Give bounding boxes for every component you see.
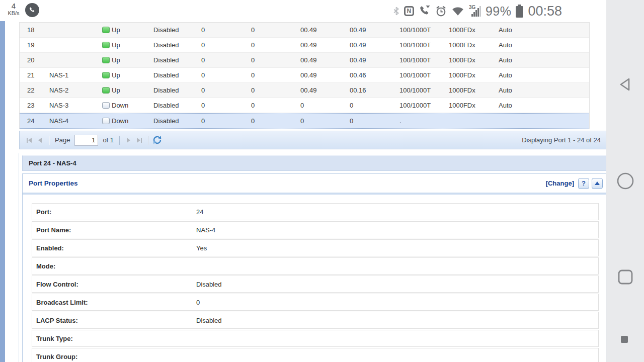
property-label: Trunk Type: [32, 335, 196, 342]
grid-cell: Disabled [149, 86, 198, 94]
property-row: Enabled:Yes [32, 239, 599, 256]
grid-cell: 22 [20, 86, 48, 94]
grid-row[interactable]: 23NAS-3DownDisabled0000100/1000T1000FDxA… [20, 98, 589, 113]
grid-cell: 0 [347, 117, 396, 125]
property-value: 0 [196, 299, 200, 306]
grid-row[interactable]: 21NAS-1UpDisabled0000.4900.46100/1000T10… [20, 68, 589, 83]
toolbar-separator [148, 136, 148, 145]
grid-row[interactable]: 22NAS-2UpDisabled0000.4900.16100/1000T10… [20, 83, 589, 98]
status-text: Down [112, 117, 128, 125]
property-row: Flow Control:Disabled [32, 276, 599, 293]
clock: 00:58 [528, 4, 562, 19]
property-row: Trunk Group: [32, 348, 599, 362]
grid-body: 18UpDisabled0000.4900.49100/1000T1000FDx… [19, 22, 590, 129]
grid-cell: Auto [496, 71, 589, 79]
grid-cell: 00.49 [297, 41, 347, 49]
home-button[interactable] [616, 172, 634, 190]
grid-cell: 19 [20, 41, 48, 49]
grid-cell: 0 [248, 117, 297, 125]
alarm-icon [435, 6, 447, 17]
page-left-strip [0, 21, 5, 362]
help-button[interactable]: ? [578, 178, 589, 189]
grid-cell: 23 [20, 102, 48, 109]
nav-hide-handle[interactable] [621, 336, 628, 343]
change-link[interactable]: [Change] [546, 179, 574, 187]
grid-row[interactable]: 19UpDisabled0000.4900.49100/1000T1000FDx… [20, 38, 589, 53]
wifi-icon [451, 6, 464, 17]
panel-outer-border [19, 153, 19, 362]
grid-cell: 0 [248, 26, 297, 34]
grid-cell: 18 [20, 26, 48, 34]
grid-cell: 1000FDx [446, 71, 496, 79]
status-icons-group: N 3G 99% 00:58 [393, 0, 562, 22]
property-row: Port Name:NAS-4 [32, 221, 599, 238]
ports-grid: 18UpDisabled0000.4900.49100/1000T1000FDx… [19, 22, 606, 149]
property-label: Port Name: [32, 226, 196, 234]
next-page-button[interactable] [123, 135, 134, 146]
property-value: Disabled [196, 281, 222, 288]
battery-icon [516, 6, 523, 18]
grid-row[interactable]: 20UpDisabled0000.4900.49100/1000T1000FDx… [20, 53, 589, 68]
grid-cell: 100/1000T [396, 71, 446, 79]
grid-cell: Disabled [149, 56, 198, 64]
bluetooth-icon [393, 7, 399, 16]
signal-icon: 3G [469, 4, 481, 18]
grid-cell: 1000FDx [446, 26, 496, 34]
property-row: Trunk Type: [32, 330, 599, 347]
grid-cell: Disabled [149, 26, 198, 34]
grid-cell: 100/1000T [396, 56, 446, 64]
prev-page-button[interactable] [35, 135, 46, 146]
grid-row[interactable]: 18UpDisabled0000.4900.49100/1000T1000FDx… [20, 23, 589, 38]
network-speed-unit: KB/s [5, 10, 22, 16]
grid-row[interactable]: 24NAS-4DownDisabled0000. [20, 113, 589, 129]
status-bar: 4 KB/s N 3G 99% [0, 0, 606, 22]
first-page-button[interactable] [24, 135, 35, 146]
grid-cell: NAS-4 [48, 117, 101, 125]
signal-bars [471, 6, 481, 17]
toolbar-separator [49, 136, 49, 145]
grid-cell: 0 [198, 117, 248, 125]
collapse-button[interactable] [592, 178, 603, 189]
grid-cell: 0 [198, 86, 248, 94]
grid-cell: 0 [248, 102, 297, 109]
status-text: Up [112, 86, 120, 94]
recents-button[interactable] [617, 269, 633, 285]
panel-header: Port Properties [Change] ? [23, 174, 606, 195]
grid-cell: 00.49 [297, 86, 347, 94]
status-text: Up [112, 26, 120, 34]
grid-cell: 0 [248, 86, 297, 94]
last-page-button[interactable] [134, 135, 145, 146]
grid-cell: Down [101, 117, 149, 125]
grid-cell: 24 [20, 117, 48, 125]
refresh-button[interactable] [151, 135, 163, 146]
status-text: Up [112, 71, 120, 79]
property-value: 24 [196, 208, 203, 216]
grid-cell: 100/1000T [396, 102, 446, 109]
grid-cell: NAS-3 [48, 102, 101, 109]
grid-cell: 0 [347, 102, 396, 109]
grid-cell: Up [101, 41, 149, 49]
status-up-icon [102, 57, 110, 63]
property-label: Flow Control: [32, 281, 196, 288]
grid-cell: 21 [20, 71, 48, 79]
grid-cell: 0 [198, 71, 248, 79]
grid-cell: 00.49 [347, 41, 396, 49]
grid-cell: 1000FDx [446, 56, 496, 64]
grid-cell: Up [101, 71, 149, 79]
paging-toolbar: Page of 1 Displaying Port 1 - 24 of 24 [19, 131, 606, 149]
toolbar-separator [119, 136, 120, 145]
grid-cell: Disabled [149, 41, 198, 49]
panel-title: Port Properties [29, 179, 78, 187]
grid-cell: 0 [248, 71, 297, 79]
grid-cell: Down [101, 102, 149, 109]
battery-percent: 99% [486, 4, 512, 19]
page-of-label: of 1 [103, 136, 114, 144]
back-button[interactable] [616, 75, 634, 94]
page-number-input[interactable] [74, 135, 98, 146]
grid-cell: NAS-1 [48, 71, 101, 79]
grid-cell: 0 [248, 41, 297, 49]
grid-cell: 0 [198, 102, 248, 109]
property-label: Broadcast Limit: [32, 299, 196, 306]
grid-cell: Disabled [149, 71, 198, 79]
grid-cell: 0 [198, 41, 248, 49]
